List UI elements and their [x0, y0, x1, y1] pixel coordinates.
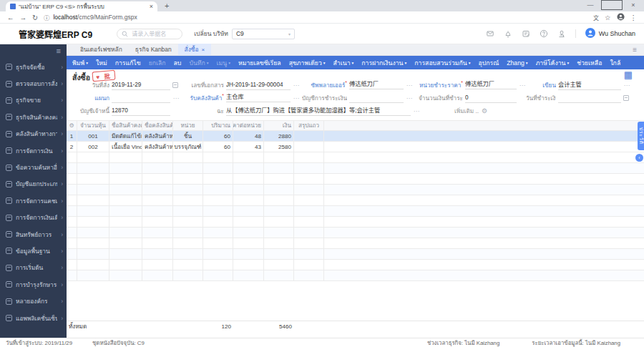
- field-value[interactable]: 傅达纸刀厂: [349, 80, 404, 89]
- grid-cell[interactable]: [233, 195, 264, 205]
- grid-cell[interactable]: [173, 163, 203, 173]
- grid-cell[interactable]: [264, 238, 294, 248]
- sidebar-item-app-center[interactable]: แอพพลิเคชั่นเซ็นเตอร์›: [0, 310, 67, 326]
- grid-cell[interactable]: 1: [67, 131, 77, 141]
- grid-cell[interactable]: 2880: [264, 131, 294, 141]
- grid-cell[interactable]: [109, 206, 142, 216]
- grid-cell[interactable]: [67, 270, 77, 280]
- grid-cell[interactable]: คลังสินค้าหลัก: [142, 142, 173, 152]
- grid-cell[interactable]: [67, 217, 77, 227]
- grid-cell[interactable]: [109, 260, 142, 270]
- grid-cell[interactable]: [233, 249, 264, 259]
- sidebar-item-ledger[interactable]: บัญชีแยกประเภททั่วไป›: [0, 176, 67, 192]
- more-options-link[interactable]: เพิ่มเติม ..⚙: [454, 107, 487, 116]
- grid-cell[interactable]: [173, 249, 203, 259]
- side-panel-handle[interactable]: ประวัติ: [638, 122, 644, 150]
- grid-cell[interactable]: [264, 228, 294, 238]
- grid-cell[interactable]: [77, 174, 109, 184]
- grid-cell[interactable]: 60: [203, 131, 233, 141]
- grid-cell[interactable]: [67, 195, 77, 205]
- toolbar-item-13[interactable]: อุปกรณ์: [479, 58, 499, 68]
- toolbar-item-2[interactable]: ใหม่: [96, 58, 107, 68]
- grid-cell[interactable]: [109, 185, 142, 195]
- grid-cell[interactable]: [142, 185, 173, 195]
- toolbar-item-8[interactable]: หมายเลขซีเรียล: [238, 58, 281, 68]
- grid-cell[interactable]: [264, 249, 294, 259]
- grid-cell[interactable]: [264, 206, 294, 216]
- grid-cell[interactable]: [77, 270, 109, 280]
- grid-cell[interactable]: [264, 174, 294, 184]
- close-button[interactable]: ×: [623, 0, 644, 10]
- grid-cell[interactable]: [173, 238, 203, 248]
- grid-cell[interactable]: [67, 249, 77, 259]
- grid-cell[interactable]: [203, 195, 233, 205]
- grid-cell[interactable]: [294, 131, 324, 141]
- user-menu[interactable]: Wu Shuchan: [585, 28, 635, 39]
- field-value[interactable]: 傅达纸刀厂: [465, 80, 517, 89]
- grid-cell[interactable]: [77, 238, 109, 248]
- toolbar-item-16[interactable]: ช่วยเหลือ: [577, 58, 602, 68]
- tab-kanban[interactable]: ธุรกิจ Kanban: [129, 44, 178, 55]
- toolbar-item-3[interactable]: การแก้ไข: [115, 58, 141, 68]
- grid-cell[interactable]: [173, 206, 203, 216]
- grid-cell[interactable]: [142, 228, 173, 238]
- grid-cell[interactable]: [142, 249, 173, 259]
- minimize-button[interactable]: —: [580, 0, 601, 10]
- help-icon[interactable]: [540, 29, 548, 38]
- grid-cell[interactable]: [203, 238, 233, 248]
- grid-cell[interactable]: [77, 217, 109, 227]
- sidebar-item-order-review[interactable]: ตรวจสอบการสั่งซื้อ›: [0, 75, 67, 92]
- grid-cell[interactable]: [109, 270, 142, 280]
- browser-tab[interactable]: "แม่บ้าน" ERP C9 <S> กรพื้นระบบ ×: [6, 1, 157, 11]
- grid-cell[interactable]: [109, 238, 142, 248]
- grid-cell[interactable]: 002: [77, 142, 109, 152]
- grid-cell[interactable]: [264, 152, 294, 162]
- info-icon[interactable]: ⓘ: [44, 13, 50, 21]
- sidebar-collapse-icon[interactable]: ≡: [57, 47, 61, 55]
- grid-cell[interactable]: [173, 152, 203, 162]
- grid-cell[interactable]: [203, 206, 233, 216]
- sidebar-item-base-data[interactable]: ข้อมูลพื้นฐาน›: [0, 243, 67, 259]
- sidebar-item-purchase[interactable]: ธุรกิจจัดซื้อ›: [0, 59, 67, 75]
- field-value[interactable]: 12870: [112, 107, 170, 116]
- grid-cell[interactable]: [67, 238, 77, 248]
- grid-cell[interactable]: [109, 249, 142, 259]
- grid-cell[interactable]: [233, 217, 264, 227]
- grid-cell[interactable]: [67, 228, 77, 238]
- grid-cell[interactable]: [67, 152, 77, 162]
- tab-close-icon[interactable]: ×: [150, 3, 153, 10]
- grid-cell[interactable]: [142, 260, 173, 270]
- grid-cell[interactable]: [294, 142, 324, 152]
- grid-cell[interactable]: [142, 163, 173, 173]
- grid-cell[interactable]: [109, 152, 142, 162]
- grid-cell[interactable]: [294, 185, 324, 195]
- sidebar-item-warehouse[interactable]: คลังสินค้าทางกายภาพ›: [0, 126, 67, 142]
- grid-cell[interactable]: [264, 260, 294, 270]
- grid-cell[interactable]: [264, 270, 294, 280]
- grid-cell[interactable]: [264, 195, 294, 205]
- grid-cell[interactable]: คลังสินค้าหลัก: [142, 131, 173, 141]
- grid-cell[interactable]: [173, 195, 203, 205]
- grid-cell[interactable]: [233, 185, 264, 195]
- grid-cell[interactable]: [233, 270, 264, 280]
- grid-cell[interactable]: 48: [233, 131, 264, 141]
- toolbar-item-9[interactable]: สุขภาพเดียว▾: [289, 58, 326, 68]
- grid-cell[interactable]: [203, 152, 233, 162]
- grid-cell[interactable]: มีดตัดแก้ไข้แบ..: [109, 131, 142, 141]
- grid-cell[interactable]: 2: [67, 142, 77, 152]
- grid-cell[interactable]: เนื้อเยื่อ Vinda: [109, 142, 142, 152]
- maximize-button[interactable]: [601, 0, 623, 10]
- grid-cell[interactable]: [203, 270, 233, 280]
- grid-cell[interactable]: [142, 206, 173, 216]
- grid-cell[interactable]: [294, 238, 324, 248]
- grid-cell[interactable]: [173, 228, 203, 238]
- grid-cell[interactable]: [77, 249, 109, 259]
- grid-cell[interactable]: [77, 195, 109, 205]
- grid-cell[interactable]: บรรจุภัณฑ์: [173, 142, 203, 152]
- sidebar-item-fixed-assets[interactable]: สินทรัพย์ถาวร›: [0, 226, 67, 243]
- grid-cell[interactable]: [77, 163, 109, 173]
- tab-bar-menu-icon[interactable]: ≡: [633, 46, 637, 54]
- toolbar-item-11[interactable]: การฝากเงินงาน▾: [361, 58, 406, 68]
- grid-cell[interactable]: [77, 206, 109, 216]
- translate-icon[interactable]: 文: [593, 14, 599, 21]
